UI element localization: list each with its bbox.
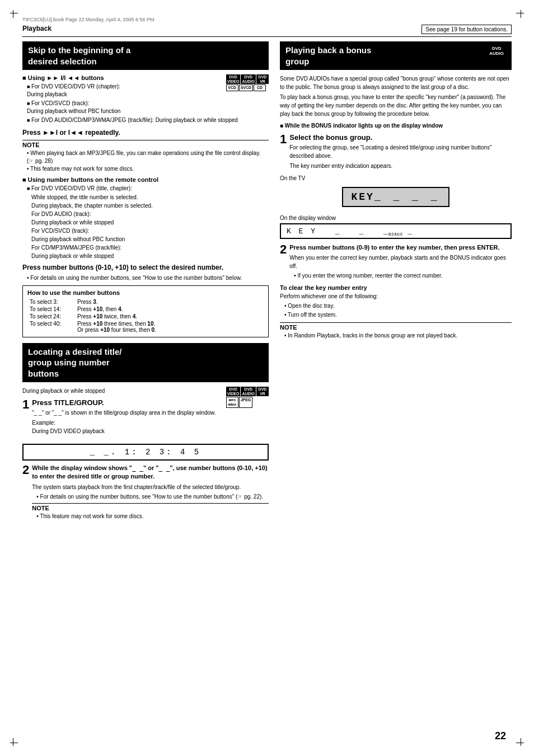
locating-section-header: Locating a desired title/ group using nu…: [22, 343, 269, 383]
right-column: DVDAUDIO Playing back a bonus group Some…: [280, 41, 512, 342]
bonus-intro-1: Some DVD AUDIOs have a special group cal…: [280, 74, 512, 91]
bonus-step1-number: 1: [280, 133, 287, 145]
skip-section-header: Skip to the beginning of a desired selec…: [22, 41, 269, 70]
bonus-step2-heading: Press number buttons (0-9) to enter the …: [289, 243, 512, 252]
note-label-2: NOTE: [32, 503, 269, 511]
number-buttons-title: How to use the number buttons: [27, 289, 264, 296]
bonus-step1: 1 Select the bonus group. For selecting …: [280, 133, 512, 172]
key-tv-display: KEY_ _ _ _: [342, 187, 449, 207]
table-cell-value: Press 3.: [75, 298, 264, 306]
table-cell-label: To select 40:: [27, 320, 75, 334]
bonus-intro-2: To play back a bonus group, you have to …: [280, 93, 512, 118]
sub-bullet-vcd-svcd: For VCD/SVCD (track):: [31, 227, 269, 235]
bonus-section-title: Playing back a bonus group: [285, 45, 506, 67]
page-header: Playback See page 19 for button location…: [22, 25, 512, 37]
disc-badges-right: DVDAUDIO: [487, 45, 506, 58]
clear-key-bullet-1: Open the disc tray.: [284, 302, 512, 310]
step1-number: 1: [22, 398, 29, 411]
bonus-step2-bullet: If you enter the wrong number, reenter t…: [294, 272, 512, 280]
on-tv-label: On the TV: [280, 175, 512, 181]
bonus-step2-content: Press number buttons (0-9) to enter the …: [289, 243, 512, 281]
bonus-step2-body: When you enter the correct key number, p…: [289, 253, 512, 270]
table-row: To select 40: Press +10 three times, the…: [27, 320, 264, 334]
note-section-2: NOTE This feature may not work for some …: [32, 503, 269, 520]
file-info: TIFC3C6[UJ].book Page 22 Monday, April 4…: [22, 17, 512, 22]
step1-body: "_ _" or "_ _" is shown in the title/gro…: [32, 408, 222, 417]
step2-content-left: While the display window shows "_ _" or …: [32, 464, 269, 523]
badge-dvd-video: DVDVIDEO: [226, 74, 241, 84]
bonus-step1-content: Select the bonus group. For selecting th…: [289, 133, 512, 172]
bonus-note-label: NOTE: [280, 322, 512, 331]
badge-cd: CD: [254, 84, 266, 91]
step2-number-left: 2: [22, 464, 29, 476]
bonus-note-section: NOTE In Random Playback, tracks in the b…: [280, 322, 512, 340]
clear-key-body: Perform whichever one of the following:: [280, 292, 512, 300]
bonus-step2: 2 Press number buttons (0-9) to enter th…: [280, 243, 512, 281]
badge-mp3-wma: MP3WMA: [226, 397, 238, 407]
step1-example: Example: During DVD VIDEO playback: [32, 419, 222, 435]
display-window-content: _ _. 1: 2 3: 4 5: [90, 448, 201, 457]
number-buttons-box: How to use the number buttons To select …: [22, 285, 269, 337]
see-page-note: See page 19 for button locations.: [421, 25, 512, 34]
badge-svcd: SVCD: [239, 84, 253, 91]
locating-section-title: Locating a desired title/ group using nu…: [28, 346, 263, 379]
step2-heading-left: While the display window shows "_ _" or …: [32, 464, 269, 481]
bullet-dvd-audio-cd: For DVD AUDIO/CD/MP3/WMA/JPEG (track/fil…: [27, 116, 269, 124]
number-table: To select 3: Press 3. To select 14: Pres…: [27, 298, 264, 334]
disc-badges-locating: DVDVIDEO DVDAUDIO DVDVR MP3WMA JPEG: [226, 387, 269, 408]
table-cell-value: Press +10 twice, then 4.: [75, 313, 264, 320]
page-number: 22: [495, 730, 506, 742]
note-content-1b: This feature may not work for some discs…: [27, 165, 269, 173]
locating-step1-section: DVDVIDEO DVDAUDIO DVDVR MP3WMA JPEG Duri…: [22, 387, 269, 440]
skip-section-title: Skip to the beginning of a desired selec…: [28, 45, 263, 67]
table-row: To select 14: Press +10, then 4.: [27, 306, 264, 313]
section-label: Playback: [22, 25, 51, 32]
sub-bullet-vcd-when: During playback without PBC function: [31, 236, 269, 243]
badge-vcd: VCD: [226, 84, 238, 91]
badge-dvd-video-2: DVDVIDEO: [226, 387, 241, 396]
table-row: To select 24: Press +10 twice, then 4.: [27, 313, 264, 320]
key-tv-display-container: KEY_ _ _ _: [280, 182, 512, 212]
sub-bullet-dvdaudio-when: During playback or while stopped: [31, 219, 269, 227]
badge-jpeg: JPEG: [239, 397, 253, 407]
table-cell-label: To select 14:: [27, 306, 75, 313]
sub-bullet-cd-when: During playback or while stopped: [31, 252, 269, 260]
corner-mark-bl: [8, 736, 20, 748]
clear-key-heading: To clear the key number entry: [280, 284, 512, 291]
bonus-note-content: In Random Playback, tracks in the bonus …: [284, 332, 512, 340]
bonus-indicator: BONUS: [388, 232, 403, 237]
sub-bullet-dvdaudio: For DVD AUDIO (track):: [31, 210, 269, 218]
sub-bullet-cd-mp3: For CD/MP3/WMA/JPEG (track/file):: [31, 244, 269, 252]
bonus-step1-body2: The key number entry indication appears.: [289, 162, 512, 170]
on-window-label: On the display window: [280, 215, 512, 221]
table-cell-value: Press +10, then 4.: [75, 306, 264, 313]
sub-bullet-stopped: While stopped, the title number is selec…: [31, 194, 269, 201]
sub-bullet-playback: During playback, the chapter number is s…: [31, 202, 269, 210]
left-column: Skip to the beginning of a desired selec…: [22, 41, 269, 526]
clear-key-bullet-2: Turn off the system.: [284, 311, 512, 319]
badge-dvd-audio-2: DVDAUDIO: [241, 387, 256, 396]
bullet-dvdvideo-title: For DVD VIDEO/DVD VR (title, chapter):: [27, 185, 269, 192]
content-columns: Skip to the beginning of a desired selec…: [22, 41, 512, 526]
locating-step2: 2 While the display window shows "_ _" o…: [22, 464, 269, 523]
press-number-instruction: Press number buttons (0-10, +10) to sele…: [22, 263, 269, 273]
step2-body-left: The system starts playback from the firs…: [32, 483, 269, 491]
badge-dvd-audio: DVDAUDIO: [241, 74, 256, 84]
badge-dvd-vr-2: DVDVR: [256, 387, 269, 396]
number-detail-bullet: For details on using the number buttons,…: [27, 274, 269, 282]
note-content-1a: When playing back an MP3/JPEG file, you …: [27, 149, 269, 165]
disc-badges-top: DVDVIDEO DVDAUDIO DVDVR VCD SVCD CD: [226, 74, 269, 91]
bonus-section-header: DVDAUDIO Playing back a bonus group: [280, 41, 512, 70]
corner-mark-tl: [8, 8, 20, 20]
display-window-box: _ _. 1: 2 3: 4 5: [22, 444, 269, 461]
table-row: To select 3: Press 3.: [27, 298, 264, 306]
using-number-heading: Using number buttons on the remote contr…: [22, 176, 269, 183]
step1-heading: Press TITLE/GROUP.: [32, 398, 222, 407]
using-buttons-section: DVDVIDEO DVDAUDIO DVDVR VCD SVCD CD Usin…: [22, 74, 269, 125]
note-content-2: This feature may not work for some discs…: [36, 513, 269, 520]
press-repeatedly-instruction: Press ►►I or I◄◄ repeatedly.: [22, 128, 269, 138]
table-cell-label: To select 24:: [27, 313, 75, 320]
bonus-step1-heading: Select the bonus group.: [289, 133, 512, 142]
badge-dvd-audio-right: DVDAUDIO: [487, 45, 506, 58]
corner-mark-br: [514, 736, 526, 748]
